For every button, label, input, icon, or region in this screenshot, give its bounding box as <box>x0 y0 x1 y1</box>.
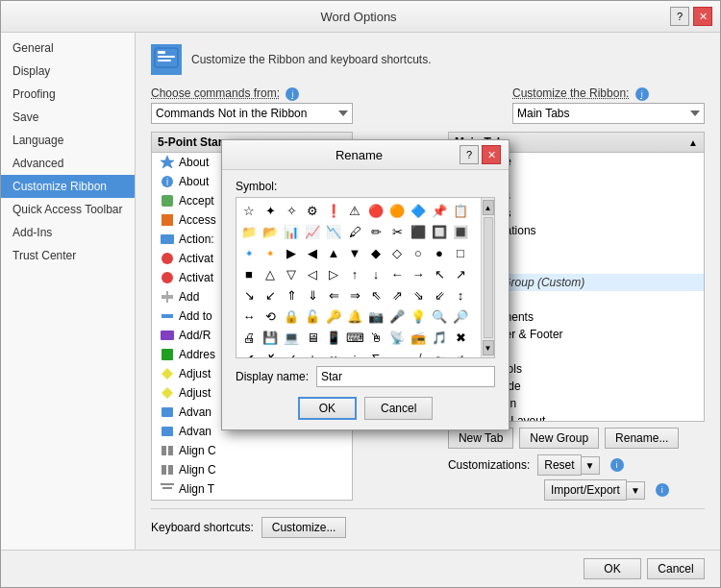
symbol-cell[interactable]: ✦ <box>260 200 281 221</box>
rename-button[interactable]: Rename... <box>605 428 679 449</box>
symbol-cell[interactable]: ⚙ <box>302 200 323 221</box>
symbol-cell[interactable]: 💡 <box>408 306 429 327</box>
symbol-cell[interactable]: ◆ <box>365 242 386 263</box>
symbol-cell[interactable]: ◇ <box>386 242 408 263</box>
sidebar-item-quick-access-toolbar[interactable]: Quick Access Toolbar <box>1 198 135 221</box>
sidebar-item-add-ins[interactable]: Add-Ins <box>1 221 135 244</box>
ribbon-sort-icon[interactable]: ▲ <box>688 137 698 148</box>
sidebar-item-proofing[interactable]: Proofing <box>1 83 135 106</box>
symbol-cell[interactable]: ↘ <box>238 284 260 306</box>
rename-cancel-button[interactable]: Cancel <box>364 397 433 420</box>
symbol-cell[interactable]: ⇒ <box>344 284 365 306</box>
ok-button[interactable]: OK <box>584 558 641 579</box>
symbol-cell[interactable]: 🔸 <box>260 242 281 263</box>
symbol-cell[interactable]: 🟠 <box>386 200 408 221</box>
symbol-cell[interactable]: 🔎 <box>450 306 471 327</box>
symbol-cell[interactable]: 📂 <box>260 221 281 242</box>
sidebar-item-advanced[interactable]: Advanced <box>1 152 135 175</box>
sidebar-item-display[interactable]: Display <box>1 60 135 83</box>
symbol-cell[interactable]: 📻 <box>408 327 429 348</box>
symbol-cell[interactable]: ✗ <box>260 348 281 358</box>
symbol-cell[interactable]: 🔴 <box>365 200 386 221</box>
ribbon-info-icon[interactable]: i <box>635 87 649 101</box>
symbol-cell[interactable]: ✖ <box>450 327 471 348</box>
symbol-cell[interactable]: ⇙ <box>429 284 450 306</box>
list-item[interactable]: Align T <box>152 479 352 499</box>
symbol-cell[interactable]: 🔷 <box>408 200 429 221</box>
symbol-cell[interactable]: ↗ <box>450 263 471 284</box>
symbol-cell[interactable]: 💻 <box>281 327 302 348</box>
symbol-cell[interactable]: ∞ <box>386 348 408 358</box>
symbol-cell[interactable]: ✓ <box>281 348 302 358</box>
symbol-cell[interactable]: ■ <box>238 263 260 284</box>
symbol-cell[interactable]: 🔳 <box>450 221 471 242</box>
symbol-cell[interactable]: ↔ <box>238 306 260 327</box>
help-button[interactable]: ? <box>670 7 689 26</box>
symbol-cell[interactable]: × <box>323 348 344 358</box>
list-item[interactable]: Alignm <box>152 499 352 501</box>
symbol-cell[interactable]: → <box>408 263 429 284</box>
symbol-cell[interactable]: ◀ <box>302 242 323 263</box>
rename-close-button[interactable]: ✕ <box>482 145 501 164</box>
rename-help-button[interactable]: ? <box>460 145 479 164</box>
symbol-cell[interactable]: ▲ <box>323 242 344 263</box>
symbol-cell[interactable]: 🖱 <box>365 327 386 348</box>
symbol-cell[interactable]: 📈 <box>302 221 323 242</box>
commands-info-icon[interactable]: i <box>286 87 299 101</box>
sidebar-item-save[interactable]: Save <box>1 106 135 129</box>
reset-info-icon[interactable]: i <box>610 458 624 472</box>
sidebar-item-trust-center[interactable]: Trust Center <box>1 244 135 267</box>
symbol-cell[interactable]: ≈ <box>429 348 450 358</box>
symbol-cell[interactable]: ↙ <box>260 284 281 306</box>
cancel-button[interactable]: Cancel <box>647 558 705 579</box>
symbol-cell[interactable]: 🔍 <box>429 306 450 327</box>
symbol-cell[interactable]: 📋 <box>450 200 471 221</box>
symbol-cell[interactable]: ⬛ <box>408 221 429 242</box>
symbol-cell[interactable]: ✂ <box>386 221 408 242</box>
symbol-cell[interactable]: ● <box>429 242 450 263</box>
symbol-cell[interactable]: 🖊 <box>344 221 365 242</box>
symbol-cell[interactable]: 📷 <box>365 306 386 327</box>
symbol-cell[interactable]: ≠ <box>450 348 471 358</box>
symbol-cell[interactable]: 📌 <box>429 200 450 221</box>
symbol-cell[interactable]: ⇓ <box>302 284 323 306</box>
import-export-button[interactable]: Import/Export <box>544 479 627 501</box>
symbol-cell[interactable]: ✏ <box>365 221 386 242</box>
symbol-cell[interactable]: 📱 <box>323 327 344 348</box>
symbol-cell[interactable]: ↖ <box>429 263 450 284</box>
sidebar-item-language[interactable]: Language <box>1 129 135 152</box>
symbol-cell[interactable]: 🎵 <box>429 327 450 348</box>
symbol-cell[interactable]: 🔲 <box>429 221 450 242</box>
symbol-cell[interactable]: 📁 <box>238 221 260 242</box>
sidebar-item-customize-ribbon[interactable]: Customize Ribbon <box>1 175 135 198</box>
scroll-up-btn[interactable]: ▲ <box>483 200 494 215</box>
symbol-cell[interactable]: 🔑 <box>323 306 344 327</box>
symbol-cell[interactable]: 📉 <box>323 221 344 242</box>
symbol-cell[interactable]: ⇐ <box>323 284 344 306</box>
close-button[interactable]: ✕ <box>693 7 712 26</box>
symbol-cell[interactable]: ❗ <box>323 200 344 221</box>
sidebar-item-general[interactable]: General <box>1 37 135 60</box>
list-item[interactable]: Align C <box>152 460 352 479</box>
symbol-cell[interactable]: 📊 <box>281 221 302 242</box>
symbol-cell[interactable]: ▶ <box>281 242 302 263</box>
symbol-cell[interactable]: ↓ <box>365 263 386 284</box>
commands-from-dropdown[interactable]: Commands Not in the Ribbon <box>151 103 353 124</box>
rename-ok-button[interactable]: OK <box>298 397 357 420</box>
new-group-button[interactable]: New Group <box>519 428 599 449</box>
symbol-cell[interactable]: 🔓 <box>302 306 323 327</box>
symbol-cell[interactable]: ▼ <box>344 242 365 263</box>
symbol-cell[interactable]: 🔹 <box>238 242 260 263</box>
symbol-cell[interactable]: 🔒 <box>281 306 302 327</box>
symbol-cell[interactable]: 🖥 <box>302 327 323 348</box>
symbol-cell[interactable]: □ <box>450 242 471 263</box>
symbol-cell[interactable]: ○ <box>408 242 429 263</box>
import-export-info-icon[interactable]: i <box>656 483 669 497</box>
symbol-cell[interactable]: △ <box>260 263 281 284</box>
symbol-cell[interactable]: 🔔 <box>344 306 365 327</box>
new-tab-button[interactable]: New Tab <box>448 428 513 449</box>
symbol-cell[interactable]: ↑ <box>344 263 365 284</box>
symbol-cell[interactable]: ÷ <box>344 348 365 358</box>
symbol-cell[interactable]: 📡 <box>386 327 408 348</box>
symbol-cell[interactable]: ⇘ <box>408 284 429 306</box>
